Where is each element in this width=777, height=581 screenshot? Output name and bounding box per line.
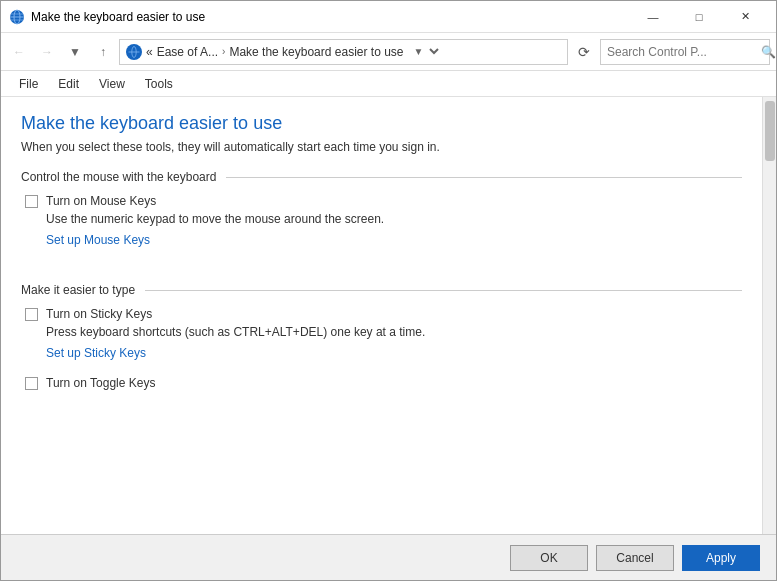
forward-button[interactable]: → xyxy=(35,40,59,64)
sticky-keys-desc: Press keyboard shortcuts (such as CTRL+A… xyxy=(46,325,742,339)
mouse-section: Control the mouse with the keyboard Turn… xyxy=(21,170,742,263)
back-button[interactable]: ← xyxy=(7,40,31,64)
window-controls: — □ ✕ xyxy=(630,1,768,33)
mouse-section-header: Control the mouse with the keyboard xyxy=(21,170,742,184)
menu-bar: File Edit View Tools xyxy=(1,71,776,97)
window-icon xyxy=(9,9,25,25)
sticky-keys-checkbox[interactable] xyxy=(25,308,38,321)
minimize-button[interactable]: — xyxy=(630,1,676,33)
search-icon: 🔍 xyxy=(761,45,776,59)
breadcrumb-page: Make the keyboard easier to use xyxy=(229,45,403,59)
type-section-label: Make it easier to type xyxy=(21,283,135,297)
menu-edit[interactable]: Edit xyxy=(48,73,89,95)
maximize-button[interactable]: □ xyxy=(676,1,722,33)
page-title: Make the keyboard easier to use xyxy=(21,113,742,134)
breadcrumb: « Ease of A... › Make the keyboard easie… xyxy=(119,39,568,65)
section-divider-2 xyxy=(145,290,742,291)
refresh-button[interactable]: ⟳ xyxy=(572,40,596,64)
cancel-button[interactable]: Cancel xyxy=(596,545,674,571)
toggle-keys-label: Turn on Toggle Keys xyxy=(46,376,155,390)
breadcrumb-dropdown[interactable]: ▼ xyxy=(408,45,442,58)
section-divider xyxy=(226,177,742,178)
mouse-section-label: Control the mouse with the keyboard xyxy=(21,170,216,184)
content-wrapper: Make the keyboard easier to use When you… xyxy=(1,97,776,534)
mouse-keys-checkbox[interactable] xyxy=(25,195,38,208)
address-bar: ← → ▼ ↑ « Ease of A... › Make the keyboa… xyxy=(1,33,776,71)
search-box: 🔍 xyxy=(600,39,770,65)
scrollbar-thumb[interactable] xyxy=(765,101,775,161)
menu-view[interactable]: View xyxy=(89,73,135,95)
type-section: Make it easier to type Turn on Sticky Ke… xyxy=(21,283,742,390)
toggle-keys-checkbox[interactable] xyxy=(25,377,38,390)
mouse-keys-label: Turn on Mouse Keys xyxy=(46,194,156,208)
sticky-keys-row: Turn on Sticky Keys xyxy=(25,307,742,321)
dropdown-button[interactable]: ▼ xyxy=(63,40,87,64)
menu-file[interactable]: File xyxy=(9,73,48,95)
page-subtitle: When you select these tools, they will a… xyxy=(21,140,742,154)
window-title: Make the keyboard easier to use xyxy=(31,10,630,24)
footer: OK Cancel Apply xyxy=(1,534,776,580)
up-button[interactable]: ↑ xyxy=(91,40,115,64)
breadcrumb-arrow: › xyxy=(222,46,225,57)
setup-mouse-keys-link[interactable]: Set up Mouse Keys xyxy=(46,233,150,247)
menu-tools[interactable]: Tools xyxy=(135,73,183,95)
ok-button[interactable]: OK xyxy=(510,545,588,571)
type-section-header: Make it easier to type xyxy=(21,283,742,297)
content-area: Make the keyboard easier to use When you… xyxy=(1,97,762,534)
breadcrumb-prefix: « xyxy=(146,45,153,59)
mouse-keys-desc: Use the numeric keypad to move the mouse… xyxy=(46,212,742,226)
toggle-keys-row: Turn on Toggle Keys xyxy=(25,376,742,390)
title-bar: Make the keyboard easier to use — □ ✕ xyxy=(1,1,776,33)
search-input[interactable] xyxy=(607,45,757,59)
mouse-keys-row: Turn on Mouse Keys xyxy=(25,194,742,208)
setup-sticky-keys-link[interactable]: Set up Sticky Keys xyxy=(46,346,146,360)
apply-button[interactable]: Apply xyxy=(682,545,760,571)
sticky-keys-label: Turn on Sticky Keys xyxy=(46,307,152,321)
close-button[interactable]: ✕ xyxy=(722,1,768,33)
scrollbar[interactable] xyxy=(762,97,776,534)
breadcrumb-ease: Ease of A... xyxy=(157,45,218,59)
main-window: Make the keyboard easier to use — □ ✕ ← … xyxy=(0,0,777,581)
breadcrumb-icon xyxy=(126,44,142,60)
